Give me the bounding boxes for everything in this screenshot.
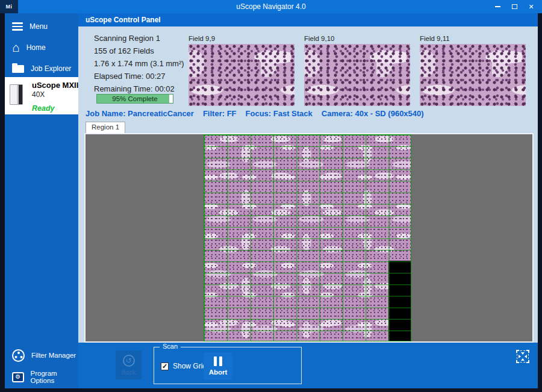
- field-label: Field 9,10: [304, 35, 410, 43]
- fullscreen-button[interactable]: [516, 350, 529, 363]
- progress-label: 95% Complete: [97, 95, 173, 103]
- status-region-size: 1.76 x 1.74 mm (3.1 mm²): [94, 57, 184, 70]
- window-title: uScope Navigator 4.0: [0, 2, 542, 11]
- status-fields-count: 155 of 162 Fields: [94, 45, 184, 57]
- sidebar-item-program-options[interactable]: ⚙ Program Options: [5, 367, 78, 387]
- app-logo: Mi: [0, 0, 18, 13]
- field-thumbnail: Field 9,10: [304, 35, 410, 106]
- status-scanning-region: Scanning Region 1: [94, 32, 184, 45]
- field-image: [304, 44, 410, 106]
- microscope-icon: [10, 84, 23, 105]
- maximize-button[interactable]: [506, 0, 523, 13]
- scan-group: Scan ✓ Show Grid Abort: [154, 347, 302, 384]
- job-camera: Camera: 40x - SD (960x540): [322, 109, 424, 118]
- abort-label: Abort: [209, 369, 228, 376]
- window-controls: ✕: [489, 0, 540, 13]
- status-remaining-time: Remaining Time: 00:02: [94, 82, 184, 95]
- tab-region-1[interactable]: Region 1: [86, 122, 125, 133]
- sidebar-item-filter-manager[interactable]: Filter Manager: [5, 346, 78, 365]
- device-magnification: 40X: [32, 90, 78, 99]
- pause-icon: [214, 356, 222, 366]
- job-filter: Filter: FF: [203, 109, 237, 118]
- checkbox-icon[interactable]: ✓: [161, 362, 169, 370]
- device-status: Ready: [32, 104, 78, 113]
- job-explorer-label: Job Explorer: [31, 64, 71, 73]
- control-panel-title: uScope Control Panel: [86, 16, 161, 24]
- sidebar-item-uscope-mxii[interactable]: uScope MXII 40X Ready: [5, 77, 78, 114]
- back-icon: ↺: [123, 355, 135, 367]
- maximize-icon: [512, 4, 517, 9]
- titlebar: Mi uScope Navigator 4.0 ✕: [0, 0, 542, 13]
- control-panel-header: uScope Control Panel: [78, 13, 538, 26]
- bottom-toolbar: ↺ Back Scan ✓ Show Grid Abort: [78, 343, 538, 388]
- gear-icon: ⚙: [12, 372, 24, 382]
- field-label: Field 9,9: [188, 35, 294, 43]
- field-label: Field 9,11: [420, 35, 526, 43]
- folder-icon: [12, 65, 24, 73]
- home-label: Home: [26, 43, 46, 52]
- scan-status-block: Scanning Region 1 155 of 162 Fields 1.76…: [94, 32, 184, 95]
- home-icon: ⌂: [12, 42, 20, 53]
- main-content: uScope Control Panel Scanning Region 1 1…: [78, 13, 538, 388]
- tissue-image: [204, 134, 411, 341]
- progress-bar: 95% Complete: [96, 94, 173, 104]
- filter-wheel-icon: [12, 349, 25, 362]
- status-elapsed-time: Elapsed Time: 00:27: [94, 70, 184, 82]
- minimize-button[interactable]: [489, 0, 506, 13]
- back-label: Back: [122, 369, 136, 376]
- field-thumbnail: Field 9,11: [420, 35, 526, 106]
- menu-label: Menu: [30, 22, 48, 31]
- show-grid-label: Show Grid: [173, 362, 207, 370]
- program-options-label: Program Options: [31, 370, 78, 384]
- job-info-bar: Job Name: PancreaticCancer Filter: FF Fo…: [86, 109, 424, 118]
- back-button[interactable]: ↺ Back: [116, 350, 142, 379]
- scan-viewport[interactable]: [84, 133, 534, 343]
- field-thumbnail: Field 9,9: [188, 35, 294, 106]
- filter-manager-label: Filter Manager: [31, 352, 76, 359]
- device-name: uScope MXII: [32, 81, 78, 90]
- sidebar-item-menu[interactable]: Menu: [5, 17, 78, 36]
- minimize-icon: [495, 6, 500, 7]
- job-name: Job Name: PancreaticCancer: [86, 109, 194, 118]
- field-image: [188, 44, 294, 106]
- sidebar-item-home[interactable]: ⌂ Home: [5, 38, 78, 57]
- close-button[interactable]: ✕: [523, 0, 540, 13]
- sidebar-item-job-explorer[interactable]: Job Explorer: [5, 59, 78, 78]
- show-grid-checkbox[interactable]: ✓ Show Grid: [161, 347, 207, 385]
- abort-button[interactable]: Abort: [204, 352, 232, 380]
- job-focus: Focus: Fast Stack: [246, 109, 313, 118]
- field-image: [420, 44, 526, 106]
- menu-icon: [12, 22, 23, 31]
- sidebar: Menu ⌂ Home Job Explorer uScope MXII 40X…: [5, 13, 78, 388]
- grid-overlay: [204, 134, 411, 341]
- close-icon: ✕: [528, 3, 534, 11]
